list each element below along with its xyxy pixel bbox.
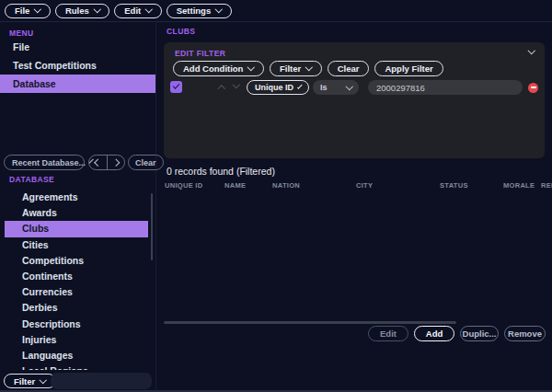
filter-dropdown-label: Filter	[280, 63, 301, 74]
add-condition-button[interactable]: Add Condition	[173, 61, 264, 76]
menu-section-header: MENU	[9, 29, 34, 38]
edit-filter-header: EDIT FILTER	[175, 49, 225, 58]
horizontal-scrollbar-thumb[interactable]	[164, 321, 456, 324]
chevron-right-icon	[112, 159, 120, 167]
page-title: CLUBS	[167, 27, 195, 36]
column-header-name[interactable]: NAME	[224, 181, 246, 190]
edit-record-button[interactable]: Edit	[368, 326, 408, 341]
edit-record-label: Edit	[380, 329, 397, 339]
chevron-down-icon	[305, 63, 313, 71]
condition-value-input[interactable]	[368, 80, 523, 95]
database-item-competitions[interactable]: Competitions	[0, 253, 155, 269]
file-menu-button[interactable]: File	[5, 4, 51, 18]
database-section-header: DATABASE	[9, 175, 54, 184]
clear-filter-label: Clear	[338, 63, 360, 74]
column-header-unique-id[interactable]: UNIQUE ID	[165, 181, 202, 190]
remove-record-button[interactable]: Remove	[504, 326, 546, 341]
column-header-rep[interactable]: REP	[541, 181, 552, 190]
chevron-down-icon	[34, 6, 41, 13]
sidebar-filter-label: Filter	[14, 376, 35, 386]
chevron-down-icon	[145, 6, 153, 13]
chevron-left-icon	[94, 159, 101, 167]
recent-database-label: Recent Database...	[12, 158, 86, 167]
sidebar-scrollbar-thumb[interactable]	[151, 193, 154, 260]
filter-toolbar: Add Condition Filter Clear Apply Filter	[173, 61, 443, 76]
editor-window: File Rules Edit Settings MENU File Test …	[0, 0, 552, 392]
database-list: Agreements Awards Clubs Cities Competiti…	[0, 190, 155, 370]
filter-condition-row: Unique ID Is	[164, 80, 545, 95]
condition-field-dropdown[interactable]: Unique ID	[247, 80, 309, 95]
database-item-continents[interactable]: Continents	[0, 269, 155, 284]
chevron-down-icon	[94, 6, 101, 13]
condition-field-label: Unique ID	[255, 83, 293, 92]
database-item-cities[interactable]: Cities	[0, 237, 155, 253]
move-up-icon[interactable]	[218, 86, 225, 93]
apply-filter-button[interactable]: Apply Filter	[374, 61, 443, 76]
chevron-down-icon	[40, 376, 47, 384]
history-nav-group	[88, 155, 125, 170]
edit-filter-panel: EDIT FILTER Add Condition Filter Clear A…	[164, 42, 545, 158]
apply-filter-label: Apply Filter	[385, 63, 432, 74]
recent-database-row: Recent Database... Clear	[0, 155, 155, 171]
condition-enabled-checkbox[interactable]	[170, 81, 182, 93]
filter-dropdown-button[interactable]: Filter	[270, 61, 322, 76]
column-header-status[interactable]: STATUS	[440, 181, 468, 190]
menubar: File Rules Edit Settings	[0, 0, 552, 22]
table-horizontal-scrollbar	[164, 321, 545, 325]
back-button[interactable]	[89, 156, 107, 169]
forward-button[interactable]	[107, 156, 125, 169]
rules-menu-button[interactable]: Rules	[55, 4, 109, 18]
chevron-down-icon	[297, 84, 302, 88]
sidebar-item-test-competitions[interactable]: Test Competitions	[0, 56, 155, 75]
clear-filter-button[interactable]: Clear	[328, 61, 370, 76]
sidebar-filter-input[interactable]	[51, 373, 152, 389]
database-item-awards[interactable]: Awards	[0, 205, 155, 221]
database-item-clubs[interactable]: Clubs	[5, 221, 148, 236]
column-header-morale[interactable]: MORALE	[503, 181, 535, 190]
remove-record-label: Remove	[508, 329, 542, 339]
database-item-local-regions[interactable]: Local Regions	[0, 363, 155, 370]
database-item-injuries[interactable]: Injuries	[0, 332, 155, 348]
database-item-descriptions[interactable]: Descriptions	[0, 317, 155, 332]
database-item-derbies[interactable]: Derbies	[0, 300, 155, 316]
chevron-down-icon	[345, 83, 352, 90]
sidebar-footer: Filter	[0, 370, 155, 392]
edit-menu-button[interactable]: Edit	[114, 4, 161, 18]
edit-menu-label: Edit	[124, 6, 141, 16]
record-actions: Edit Add Duplic... Remove	[368, 326, 546, 341]
add-record-button[interactable]: Add	[414, 326, 454, 341]
records-status: 0 records found (Filtered)	[167, 166, 275, 177]
duplicate-record-button[interactable]: Duplic...	[460, 326, 499, 341]
collapse-chevron-icon[interactable]	[527, 47, 535, 54]
add-record-label: Add	[426, 329, 443, 339]
settings-menu-button[interactable]: Settings	[167, 4, 232, 18]
sidebar: MENU File Test Competitions Database Rec…	[0, 23, 156, 392]
add-condition-label: Add Condition	[183, 63, 243, 74]
column-header-city[interactable]: CITY	[356, 181, 373, 190]
sidebar-item-database[interactable]: Database	[0, 75, 155, 93]
column-header-nation[interactable]: NATION	[272, 181, 300, 190]
database-item-currencies[interactable]: Currencies	[0, 284, 155, 300]
database-item-agreements[interactable]: Agreements	[0, 190, 155, 205]
sidebar-item-file[interactable]: File	[0, 38, 155, 56]
move-down-icon[interactable]	[233, 81, 240, 88]
rules-menu-label: Rules	[65, 6, 89, 16]
clear-recent-button[interactable]: Clear	[128, 155, 164, 170]
condition-operator-dropdown[interactable]: Is	[313, 80, 359, 95]
sidebar-filter-button[interactable]: Filter	[4, 374, 56, 388]
chevron-down-icon	[247, 63, 255, 71]
clear-recent-label: Clear	[135, 158, 156, 167]
recent-database-dropdown[interactable]: Recent Database...	[4, 155, 85, 170]
menu-list: File Test Competitions Database	[0, 38, 155, 93]
remove-condition-icon[interactable]	[528, 83, 538, 93]
chevron-down-icon	[215, 6, 223, 13]
duplicate-record-label: Duplic...	[463, 329, 497, 339]
file-menu-label: File	[15, 6, 29, 16]
settings-menu-label: Settings	[177, 6, 211, 16]
condition-operator-label: Is	[320, 83, 328, 92]
table-header-row: UNIQUE ID NAME NATION CITY STATUS MORALE…	[157, 181, 552, 193]
database-item-languages[interactable]: Languages	[0, 348, 155, 363]
